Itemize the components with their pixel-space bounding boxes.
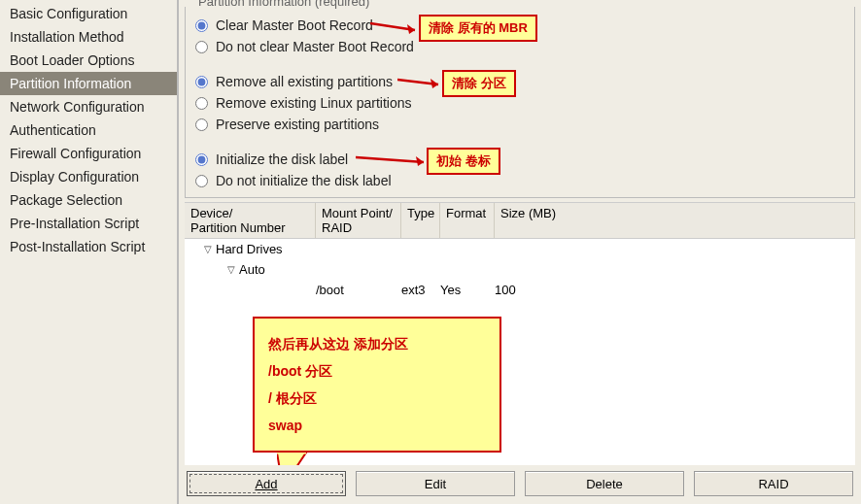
label-noinit-disklabel: Do not initialize the disk label xyxy=(216,173,392,188)
delete-button[interactable]: Delete xyxy=(525,471,684,496)
radio-init-disklabel[interactable] xyxy=(195,153,208,166)
expand-icon[interactable]: ▽ xyxy=(227,264,239,275)
cell-mount: /boot xyxy=(316,283,401,297)
add-button[interactable]: Add xyxy=(187,471,346,496)
radio-remove-linux[interactable] xyxy=(195,97,208,110)
tree-label-hard-drives: Hard Drives xyxy=(216,242,283,256)
radio-preserve[interactable] xyxy=(195,118,208,131)
radio-noinit-disklabel[interactable] xyxy=(195,175,208,187)
tree-hard-drives[interactable]: ▽ Hard Drives xyxy=(185,239,855,259)
raid-button[interactable]: RAID xyxy=(694,471,853,496)
callout-partitions: 清除 分区 xyxy=(442,70,516,97)
callout-speech: 然后再从这边 添加分区 /boot 分区 / 根分区 swap xyxy=(253,317,501,453)
partition-tree[interactable]: ▽ Hard Drives ▽ Auto /boot ext3 Yes 100 … xyxy=(185,239,855,465)
col-size[interactable]: Size (MB) xyxy=(495,203,855,238)
tree-auto[interactable]: ▽ Auto xyxy=(185,259,855,280)
radio-clear-mbr[interactable] xyxy=(195,19,208,32)
radio-remove-all[interactable] xyxy=(195,76,208,88)
sidebar: Basic Configuration Installation Method … xyxy=(0,0,179,504)
cell-type: ext3 xyxy=(401,283,440,297)
label-preserve: Preserve existing partitions xyxy=(216,117,379,132)
partition-table-header: Device/ Partition Number Mount Point/ RA… xyxy=(185,202,855,239)
callout-mbr: 清除 原有的 MBR xyxy=(419,15,537,42)
label-clear-mbr: Clear Master Boot Record xyxy=(216,17,373,33)
speech-line2: /boot 分区 xyxy=(268,357,486,385)
label-noclear-mbr: Do not clear Master Boot Record xyxy=(216,39,414,54)
label-remove-all: Remove all existing partitions xyxy=(216,74,393,89)
col-device[interactable]: Device/ Partition Number xyxy=(185,203,316,238)
edit-button[interactable]: Edit xyxy=(356,471,515,496)
sidebar-item-bootloader[interactable]: Boot Loader Options xyxy=(0,49,177,72)
cell-format: Yes xyxy=(440,283,495,297)
speech-line4: swap xyxy=(268,412,486,439)
sidebar-item-packages[interactable]: Package Selection xyxy=(0,188,177,212)
tree-label-auto: Auto xyxy=(239,262,265,277)
expand-icon[interactable]: ▽ xyxy=(204,244,216,254)
callout-disklabel: 初始 卷标 xyxy=(427,148,500,175)
sidebar-item-auth[interactable]: Authentication xyxy=(0,118,177,142)
table-row[interactable]: /boot ext3 Yes 100 xyxy=(185,280,855,300)
svg-marker-6 xyxy=(277,453,306,465)
col-format[interactable]: Format xyxy=(440,203,495,238)
speech-line1: 然后再从这边 添加分区 xyxy=(268,330,486,357)
sidebar-item-partition[interactable]: Partition Information xyxy=(0,72,177,95)
radio-noclear-mbr[interactable] xyxy=(195,41,208,53)
speech-tail-icon xyxy=(277,453,335,465)
main-panel: Partition Information (required) Clear M… xyxy=(179,0,861,504)
sidebar-item-firewall[interactable]: Firewall Configuration xyxy=(0,142,177,165)
sidebar-item-install-method[interactable]: Installation Method xyxy=(0,25,177,49)
button-row: Add Edit Delete RAID xyxy=(179,465,861,504)
partition-groupbox: Clear Master Boot Record Do not clear Ma… xyxy=(185,7,855,198)
sidebar-item-network[interactable]: Network Configuration xyxy=(0,95,177,118)
col-mount[interactable]: Mount Point/ RAID xyxy=(316,203,401,238)
label-remove-linux: Remove existing Linux partitions xyxy=(216,95,412,111)
sidebar-item-basic[interactable]: Basic Configuration xyxy=(0,2,177,25)
speech-line3: / 根分区 xyxy=(268,385,486,412)
col-type[interactable]: Type xyxy=(401,203,440,238)
cell-size: 100 xyxy=(495,283,516,297)
label-init-disklabel: Initialize the disk label xyxy=(216,151,348,167)
sidebar-item-display[interactable]: Display Configuration xyxy=(0,165,177,188)
sidebar-item-prescript[interactable]: Pre-Installation Script xyxy=(0,212,177,235)
sidebar-item-postscript[interactable]: Post-Installation Script xyxy=(0,235,177,258)
